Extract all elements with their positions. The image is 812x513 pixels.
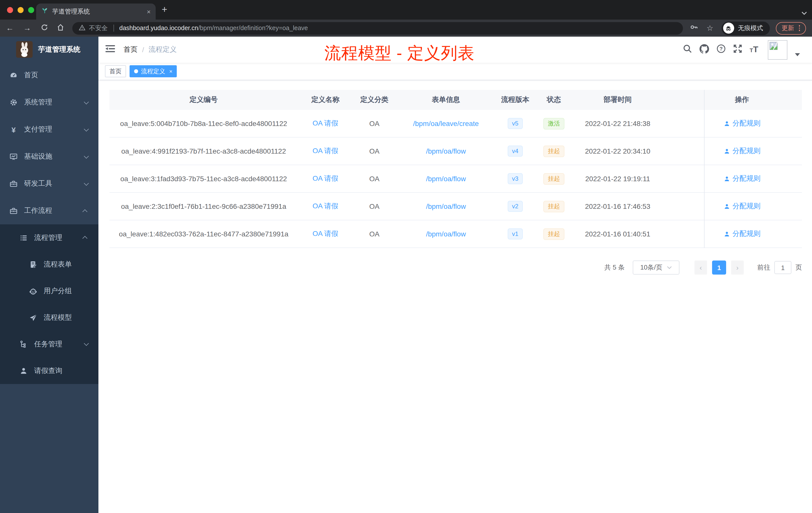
tag-process-definition[interactable]: 流程定义 × xyxy=(129,65,177,77)
table-row: oa_leave:1:482ec033-762a-11ec-8477-a2380… xyxy=(110,220,802,248)
cell-deploy-time: 2022-01-16 01:40:51 xyxy=(574,230,662,238)
sidebar-logo[interactable]: 芋道管理系统 xyxy=(0,37,98,62)
url-path: /bpm/manager/definition?key=oa_leave xyxy=(198,25,308,32)
status-badge: 挂起 xyxy=(543,173,564,184)
breadcrumb-separator: / xyxy=(142,46,144,54)
avatar-dropdown-caret-icon[interactable] xyxy=(795,49,800,58)
search-tabs-icon[interactable] xyxy=(802,8,807,17)
prev-page-button[interactable]: ‹ xyxy=(695,261,707,275)
sidebar-item-label: 研发工具 xyxy=(24,179,52,188)
page-content: 定义编号 定义名称 定义分类 表单信息 流程版本 状态 部署时间 操作 oa_l… xyxy=(98,80,812,513)
hamburger-icon[interactable] xyxy=(106,45,115,55)
password-key-icon[interactable] xyxy=(690,23,698,33)
next-page-button[interactable]: › xyxy=(731,261,744,275)
sidebar-item-task-management[interactable]: 任务管理 xyxy=(0,331,98,357)
list-icon xyxy=(20,234,28,242)
assign-rule-button[interactable]: 分配规则 xyxy=(723,119,760,128)
cell-definition-id: oa_leave:2:3c1f0ef1-76b1-11ec-9c66-a2380… xyxy=(110,202,298,210)
fullscreen-icon[interactable] xyxy=(733,44,742,55)
column-header: 流程版本 xyxy=(496,95,534,104)
fixed-column-divider xyxy=(704,90,704,248)
sidebar-item-system[interactable]: 系统管理 xyxy=(0,89,98,116)
sidebar-item-devtools[interactable]: 研发工具 xyxy=(0,170,98,197)
cell-definition-id: oa_leave:3:1fad3d93-7b75-11ec-a3c8-acde4… xyxy=(110,175,298,183)
back-icon[interactable]: ← xyxy=(6,24,14,33)
chevron-down-icon xyxy=(84,126,89,131)
sidebar-item-process-management[interactable]: 流程管理 xyxy=(0,224,98,251)
definition-table: 定义编号 定义名称 定义分类 表单信息 流程版本 状态 部署时间 操作 oa_l… xyxy=(110,90,802,248)
cell-definition-name-link[interactable]: OA 请假 xyxy=(298,230,353,238)
app-window: 芋道管理系统 首页 系统管理 ¥ 支付管理 xyxy=(0,37,812,513)
cell-deploy-time: 2022-01-22 19:19:11 xyxy=(574,175,662,183)
help-icon[interactable]: ? xyxy=(717,44,726,55)
cell-form-link[interactable]: /bpm/oa/leave/create xyxy=(396,119,496,127)
sidebar-item-home[interactable]: 首页 xyxy=(0,62,98,89)
maximize-window-button[interactable] xyxy=(28,7,34,13)
cell-definition-name-link[interactable]: OA 请假 xyxy=(298,202,353,211)
sidebar-item-process-form[interactable]: 流程表单 xyxy=(0,251,98,278)
url-domain: dashboard.yudao.iocoder.cn xyxy=(119,25,198,32)
app-title: 芋道管理系统 xyxy=(38,45,80,54)
avatar[interactable] xyxy=(768,40,787,59)
version-badge: v3 xyxy=(508,173,523,184)
tab-close-icon[interactable]: × xyxy=(147,8,151,15)
cell-deploy-time: 2022-01-22 20:34:10 xyxy=(574,147,662,155)
cell-deploy-time: 2022-01-16 17:46:53 xyxy=(574,202,662,210)
version-badge: v5 xyxy=(508,118,523,129)
page-number-button[interactable]: 1 xyxy=(712,261,726,275)
forward-icon[interactable]: → xyxy=(23,24,31,33)
favicon-sprout-icon xyxy=(41,7,48,16)
cell-definition-name-link[interactable]: OA 请假 xyxy=(298,147,353,156)
assign-rule-button[interactable]: 分配规则 xyxy=(723,202,760,211)
assign-rule-button[interactable]: 分配规则 xyxy=(723,174,760,183)
font-size-icon[interactable]: TT xyxy=(750,45,758,55)
assign-rule-button[interactable]: 分配规则 xyxy=(723,147,760,156)
github-icon[interactable] xyxy=(699,44,709,56)
bookmark-star-icon[interactable]: ☆ xyxy=(706,24,713,33)
cell-form-link[interactable]: /bpm/oa/flow xyxy=(396,147,496,155)
window-controls[interactable] xyxy=(7,7,34,13)
goto-page-input[interactable] xyxy=(774,261,791,274)
cell-category: OA xyxy=(353,202,396,210)
security-warning-icon[interactable] xyxy=(79,24,85,32)
tree-icon xyxy=(20,340,28,348)
home-icon[interactable] xyxy=(57,23,64,33)
page-size-select[interactable]: 10条/页 xyxy=(633,261,679,275)
version-badge: v2 xyxy=(508,201,523,212)
pagination: 共 5 条 10条/页 ‹ 1 › 前往 页 xyxy=(604,261,802,275)
cell-version: v1 xyxy=(496,229,534,239)
cell-form-link[interactable]: /bpm/oa/flow xyxy=(396,230,496,238)
document-edit-icon xyxy=(29,260,37,268)
sidebar-item-payment[interactable]: ¥ 支付管理 xyxy=(0,116,98,143)
sidebar-item-leave-query[interactable]: 请假查询 xyxy=(0,357,98,384)
cell-status: 挂起 xyxy=(534,145,574,157)
tag-close-icon[interactable]: × xyxy=(169,68,173,74)
browser-tab[interactable]: 芋道管理系统 × xyxy=(36,3,156,20)
tag-home[interactable]: 首页 xyxy=(105,65,126,77)
cell-form-link[interactable]: /bpm/oa/flow xyxy=(396,175,496,183)
url-bar[interactable]: 不安全 dashboard.yudao.iocoder.cn/bpm/manag… xyxy=(72,22,683,34)
sidebar-item-workflow[interactable]: 工作流程 xyxy=(0,197,98,224)
tag-label: 流程定义 xyxy=(141,67,165,76)
browser-menu-icon[interactable] xyxy=(799,25,800,31)
breadcrumb: 首页 / 流程定义 xyxy=(123,45,177,54)
sidebar-item-infrastructure[interactable]: 基础设施 xyxy=(0,143,98,170)
assign-rule-button[interactable]: 分配规则 xyxy=(723,230,760,238)
chrome-update-button[interactable]: 更新 xyxy=(776,22,806,34)
reload-icon[interactable] xyxy=(41,23,48,33)
cell-form-link[interactable]: /bpm/oa/flow xyxy=(396,202,496,210)
version-badge: v1 xyxy=(508,229,523,239)
security-label[interactable]: 不安全 xyxy=(89,24,108,32)
sidebar-item-label: 任务管理 xyxy=(34,339,62,349)
sidebar-item-process-model[interactable]: 流程模型 xyxy=(0,304,98,331)
search-icon[interactable] xyxy=(683,44,692,55)
minimize-window-button[interactable] xyxy=(18,7,24,13)
url-text[interactable]: dashboard.yudao.iocoder.cn/bpm/manager/d… xyxy=(119,25,308,32)
new-tab-button[interactable]: + xyxy=(162,4,167,15)
breadcrumb-home[interactable]: 首页 xyxy=(123,45,138,54)
cell-definition-name-link[interactable]: OA 请假 xyxy=(298,174,353,183)
assign-rule-label: 分配规则 xyxy=(732,147,760,156)
close-window-button[interactable] xyxy=(7,7,13,13)
sidebar-item-user-group[interactable]: 用户分组 xyxy=(0,278,98,304)
cell-definition-name-link[interactable]: OA 请假 xyxy=(298,119,353,128)
